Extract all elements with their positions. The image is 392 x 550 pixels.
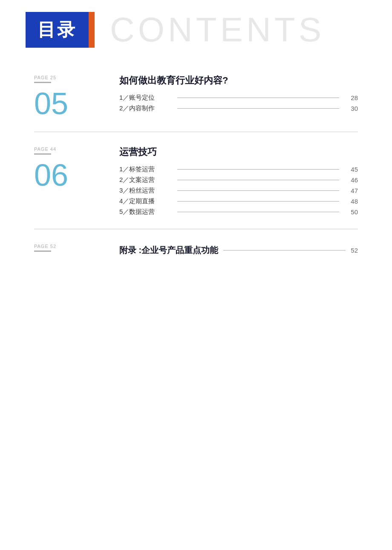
section-05-page-label: PAGE 25 — [34, 75, 56, 80]
main-content: PAGE 25 05 如何做出教育行业好内容? 1／账号定位 28 2／内容制作… — [0, 56, 392, 277]
appendix-right: 附录 :企业号产品重点功能 52 — [119, 242, 358, 256]
appendix-page: 52 — [351, 247, 358, 254]
item-label: 4／定期直播 — [119, 197, 170, 205]
item-page: 28 — [346, 94, 358, 101]
list-item: 2／文案运营 46 — [119, 176, 358, 184]
item-dots — [177, 180, 339, 180]
item-dots — [177, 108, 339, 109]
section-06-title: 运营技巧 — [119, 145, 358, 158]
appendix-title: 附录 :企业号产品重点功能 — [119, 245, 218, 256]
list-item: 3／粉丝运营 47 — [119, 187, 358, 195]
item-page: 45 — [346, 166, 358, 173]
contents-title: CONTENTS — [110, 13, 325, 47]
item-dots — [177, 212, 339, 212]
section-05-number: 05 — [34, 88, 68, 119]
list-item: 5／数据运营 50 — [119, 208, 358, 216]
section-06-underline — [34, 153, 51, 155]
appendix-underline — [34, 251, 51, 252]
section-05-left: PAGE 25 05 — [34, 73, 102, 119]
section-05-underline — [34, 82, 51, 83]
item-page: 48 — [346, 198, 358, 205]
item-dots — [177, 201, 339, 202]
item-page: 50 — [346, 208, 358, 216]
page-header: 目录 CONTENTS — [0, 0, 392, 56]
item-dots — [177, 169, 339, 170]
item-dots — [177, 98, 339, 98]
item-label: 2／内容制作 — [119, 104, 170, 112]
item-label: 1／账号定位 — [119, 94, 170, 102]
list-item: 4／定期直播 48 — [119, 197, 358, 205]
section-05-right: 如何做出教育行业好内容? 1／账号定位 28 2／内容制作 30 — [119, 73, 358, 112]
section-06-right: 运营技巧 1／标签运营 45 2／文案运营 46 3／粉丝运营 47 — [119, 145, 358, 216]
item-page: 30 — [346, 105, 358, 112]
item-label: 2／文案运营 — [119, 176, 170, 184]
appendix-left: PAGE 52 — [34, 242, 102, 256]
section-06-page-label: PAGE 44 — [34, 147, 56, 152]
section-05-items: 1／账号定位 28 2／内容制作 30 — [119, 94, 358, 112]
appendix-page-label: PAGE 52 — [34, 244, 56, 249]
item-label: 1／标签运营 — [119, 165, 170, 173]
section-05: PAGE 25 05 如何做出教育行业好内容? 1／账号定位 28 2／内容制作… — [34, 65, 358, 132]
section-06: PAGE 44 06 运营技巧 1／标签运营 45 2／文案运营 46 3／粉丝… — [34, 132, 358, 229]
list-item: 1／标签运营 45 — [119, 165, 358, 173]
section-06-left: PAGE 44 06 — [34, 145, 102, 190]
appendix-dots — [223, 250, 346, 251]
badge-block: 目录 — [26, 12, 89, 48]
item-page: 47 — [346, 187, 358, 194]
appendix-section: PAGE 52 附录 :企业号产品重点功能 52 — [34, 229, 358, 260]
item-page: 46 — [346, 176, 358, 184]
item-label: 5／数据运营 — [119, 208, 170, 216]
badge-text: 目录 — [37, 18, 77, 42]
section-05-title: 如何做出教育行业好内容? — [119, 73, 358, 87]
item-label: 3／粉丝运营 — [119, 187, 170, 195]
list-item: 2／内容制作 30 — [119, 104, 358, 112]
list-item: 1／账号定位 28 — [119, 94, 358, 102]
section-06-number: 06 — [34, 160, 68, 190]
section-06-items: 1／标签运营 45 2／文案运营 46 3／粉丝运营 47 4／定期直播 — [119, 165, 358, 216]
item-dots — [177, 190, 339, 191]
